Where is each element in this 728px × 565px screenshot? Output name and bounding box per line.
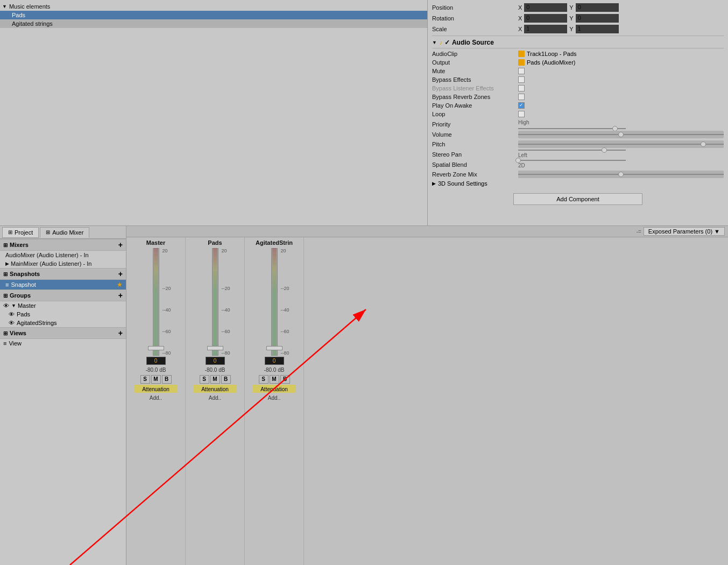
sound-3d-row[interactable]: ▶ 3D Sound Settings [432,179,724,188]
fader-agitated[interactable]: 20 --20 --40 --60 --80 [258,248,291,356]
fader-master[interactable]: 20 --20 --40 --60 --80 [140,248,172,356]
position-x-field[interactable]: 0 [524,3,567,12]
mute-btn-pads[interactable]: M [210,375,220,384]
mute-btn-agitated[interactable]: M [270,375,279,384]
bypass-effects-checkbox[interactable] [518,76,525,83]
mixer-item-audiomixer[interactable]: AudioMixer (Audio Listener) - In [0,251,126,259]
rotation-y-field[interactable]: 0 [576,14,619,23]
attenuation-btn-pads[interactable]: Attenuation [194,385,237,393]
fader-handle-agitated[interactable] [266,346,282,350]
snapshots-section-header: ⊞ Snapshots + [0,268,126,280]
bypass-btn-agitated[interactable]: B [280,375,290,384]
view-item[interactable]: ≡ View [0,339,126,348]
add-effect-agitated[interactable]: Add.. [268,395,280,401]
attenuation-btn-master[interactable]: Attenuation [135,385,178,393]
pitch-slider[interactable] [518,140,724,148]
hierarchy-group-header: ▼ Music elements [0,2,427,11]
views-label: Views [10,330,26,336]
volume-slider[interactable] [518,131,724,138]
fader-handle-pads[interactable] [207,346,223,350]
add-effect-pads[interactable]: Add.. [209,395,221,401]
audio-source-triangle[interactable]: ▼ [432,40,437,45]
position-y-field[interactable]: 0 [576,3,619,12]
tab-audio-mixer[interactable]: ⊞ Audio Mixer [40,227,89,238]
fader-scale-master: 20 --20 --40 --60 --80 [162,248,171,356]
hierarchy-item-pads[interactable]: Pads [0,11,427,19]
group-triangle-icon: ▼ [11,303,16,308]
channel-master: Master 20 --20 --40 --60 --80 [126,237,186,565]
collapse-icon: -= [637,229,641,235]
solo-btn-agitated[interactable]: S [259,375,268,384]
scale-y-field[interactable]: 1 [576,25,619,33]
loop-checkbox[interactable] [518,111,525,117]
fader-pads[interactable]: 20 --20 --40 --60 --80 [199,248,231,356]
group-agitated-strings[interactable]: 👁 AgitatedStrings [0,319,126,327]
mute-checkbox[interactable] [518,68,525,74]
add-mixer-button[interactable]: + [118,241,123,249]
bypass-btn-master[interactable]: B [162,375,172,384]
loop-row: Loop [432,110,724,118]
attenuation-btn-agitated[interactable]: Attenuation [253,385,296,393]
hierarchy-item-agitated-strings[interactable]: Agitated strings [0,19,427,28]
play-on-awake-checkbox[interactable] [518,102,525,109]
sound-3d-label: 3D Sound Settings [438,180,487,187]
mixer-item-mainmixer[interactable]: ▶ MainMixer (Audio Listener) - In [0,259,126,268]
fader-vu-master [154,248,158,356]
snapshot-item[interactable]: ≡ Snapshot ★ [0,280,126,289]
fader-value-master[interactable]: 0 [146,357,166,365]
scale-value: X 1 Y 1 [518,25,724,33]
group-master[interactable]: 👁 ▼ Master [0,301,126,310]
channel-pads: Pads 20 --20 --40 --60 --80 [186,237,245,565]
fader-handle-master[interactable] [148,346,164,350]
tab-project[interactable]: ⊞ Project [2,227,39,238]
eye-icon-master: 👁 [3,302,9,309]
add-effect-master[interactable]: Add.. [150,395,162,401]
exposed-params-button[interactable]: Exposed Parameters (0) ▼ [644,227,725,236]
reverb-zone-label: Reverb Zone Mix [432,171,518,178]
db-label-master: -80.0 dB [146,367,166,373]
group-pads[interactable]: 👁 Pads [0,310,126,319]
bypass-listener-checkbox[interactable] [518,85,525,91]
output-label: Output [432,59,518,66]
audioclip-label: AudioClip [432,51,518,57]
stereo-pan-row: Stereo Pan Left [432,149,724,159]
views-icon: ⊞ [3,330,8,336]
rotation-label: Rotation [432,15,518,22]
output-row: Output Pads (AudioMixer) [432,58,724,67]
mute-label: Mute [432,68,518,74]
channel-agitated: AgitatedStrin 20 --20 --40 --60 --80 [245,237,304,565]
stereo-pan-label: Stereo Pan [432,151,518,158]
mixer-main-area: -= Exposed Parameters (0) ▼ Master 20 --… [126,226,728,565]
bypass-reverb-label: Bypass Reverb Zones [432,94,518,100]
add-group-button[interactable]: + [118,292,123,299]
play-on-awake-label: Play On Awake [432,102,518,109]
add-snapshot-button[interactable]: + [118,270,123,278]
project-icon: ⊞ [8,229,12,235]
x-label2: X [518,15,522,22]
fader-scale-agitated: 20 --20 --40 --60 --80 [280,248,289,356]
bypass-effects-label: Bypass Effects [432,76,518,83]
mixer-toolbar: -= Exposed Parameters (0) ▼ [126,226,728,237]
output-value: Pads (AudioMixer) [518,59,724,66]
audioclip-value: Track1Loop - Pads [518,51,724,57]
fader-value-agitated[interactable]: 0 [265,357,284,365]
bypass-reverb-checkbox[interactable] [518,94,525,100]
priority-hint: High [518,119,529,125]
left-bottom-panel: ⊞ Project ⊞ Audio Mixer ⊞ Mixers + Audio… [0,226,126,565]
add-view-button[interactable]: + [118,329,123,337]
solo-btn-pads[interactable]: S [200,375,209,384]
snapshots-label: Snapshots [10,271,40,277]
scale-x-field[interactable]: 1 [524,25,567,33]
rotation-x-field[interactable]: 0 [524,14,567,23]
fader-value-pads[interactable]: 0 [206,357,225,365]
reverb-zone-slider[interactable] [518,171,724,178]
mixers-section-header: ⊞ Mixers + [0,239,126,251]
add-component-button[interactable]: Add Component [513,193,642,205]
solo-btn-master[interactable]: S [140,375,150,384]
eye-icon-agitated: 👁 [9,320,15,326]
mute-btn-master[interactable]: M [151,375,161,384]
bypass-btn-pads[interactable]: B [221,375,231,384]
y-label: Y [569,4,573,11]
mixers-icon: ⊞ [3,242,8,248]
y-label2: Y [569,15,573,22]
